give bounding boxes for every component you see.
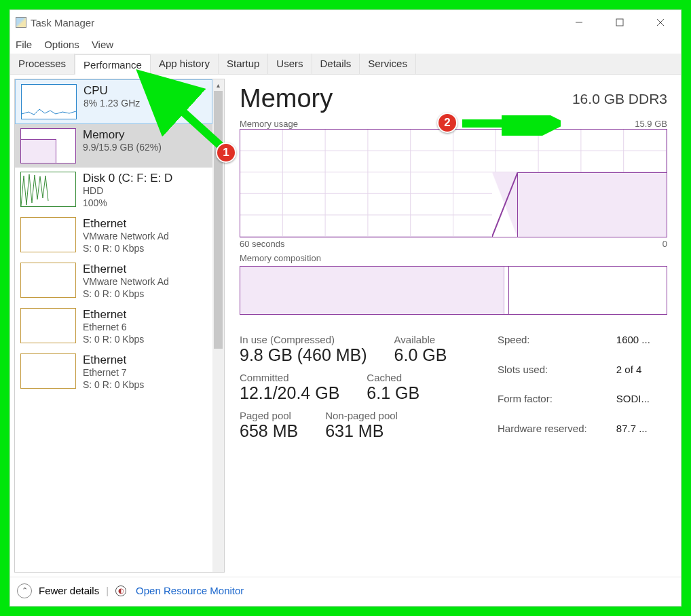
annotation-badge-1: 1: [216, 142, 236, 163]
sidebar-eth1-title: Ethernet: [83, 217, 207, 231]
usage-chart-label: Memory usage: [240, 119, 298, 129]
available-value: 6.0 GB: [394, 345, 447, 365]
cpu-thumb-icon: [21, 84, 77, 119]
sidebar-item-disk0[interactable]: Disk 0 (C: F: E: D HDD 100%: [15, 168, 212, 213]
available-label: Available: [394, 334, 447, 345]
hw-reserved-value: 87.7 ...: [616, 423, 667, 448]
scroll-thumb[interactable]: [214, 91, 223, 349]
window-title: Task Manager: [31, 17, 94, 28]
committed-label: Committed: [240, 372, 339, 383]
sidebar-disk-title: Disk 0 (C: F: E: D: [83, 172, 207, 185]
tab-services[interactable]: Services: [360, 54, 416, 74]
sidebar-eth4-sub1: Ethernet 7: [83, 367, 207, 379]
memory-usage-chart: [240, 129, 667, 237]
usage-chart-max: 15.9 GB: [635, 119, 667, 129]
committed-value: 12.1/20.4 GB: [240, 383, 339, 403]
hardware-stats: Speed: 1600 ... Slots used: 2 of 4 Form …: [498, 334, 667, 448]
sidebar-item-eth1[interactable]: Ethernet VMware Network Ad S: 0 R: 0 Kbp…: [15, 213, 212, 258]
sidebar-item-cpu[interactable]: CPU 8% 1.23 GHz: [15, 79, 212, 124]
in-use-label: In use (Compressed): [240, 334, 367, 345]
sidebar-memory-sub: 9.9/15.9 GB (62%): [83, 142, 207, 154]
disk-thumb-icon: [20, 172, 76, 207]
sidebar-eth3-sub1: Ethernet 6: [83, 322, 207, 334]
svg-rect-1: [616, 19, 623, 26]
cached-value: 6.1 GB: [367, 383, 419, 403]
usage-axis-right: 0: [662, 239, 667, 249]
tab-strip: Processes Performance App history Startu…: [10, 54, 681, 75]
hw-reserved-label: Hardware reserved:: [498, 423, 604, 448]
open-resource-monitor-link[interactable]: Open Resource Monitor: [136, 585, 244, 596]
memory-total: 16.0 GB DDR3: [572, 91, 667, 107]
sidebar-eth2-sub1: VMware Network Ad: [83, 276, 207, 288]
sidebar-memory-title: Memory: [83, 128, 207, 142]
annotation-badge-2: 2: [437, 113, 457, 133]
composition-label: Memory composition: [240, 253, 321, 263]
nonpaged-value: 631 MB: [325, 421, 398, 441]
sidebar-eth4-sub2: S: 0 R: 0 Kbps: [83, 379, 207, 391]
ethernet-thumb-icon: [20, 263, 76, 298]
performance-sidebar: CPU 8% 1.23 GHz Memory 9.9/15.9 GB (62%): [15, 79, 212, 572]
sidebar-eth3-title: Ethernet: [83, 308, 207, 322]
memory-thumb-icon: [20, 128, 76, 163]
menu-file[interactable]: File: [16, 39, 32, 50]
speed-label: Speed:: [498, 334, 604, 360]
nonpaged-label: Non-paged pool: [325, 410, 398, 421]
fewer-details-link[interactable]: Fewer details: [39, 585, 99, 596]
footer: ⌃ Fewer details | ◐ Open Resource Monito…: [10, 577, 681, 604]
menubar: File Options View: [10, 35, 681, 54]
ethernet-thumb-icon: [20, 308, 76, 343]
ethernet-thumb-icon: [20, 217, 76, 252]
usage-axis-left: 60 seconds: [240, 239, 285, 249]
maximize-button[interactable]: [599, 10, 640, 35]
tab-details[interactable]: Details: [312, 54, 360, 74]
sidebar-item-memory[interactable]: Memory 9.9/15.9 GB (62%): [15, 124, 212, 168]
paged-value: 658 MB: [240, 421, 298, 441]
sidebar-eth4-title: Ethernet: [83, 353, 207, 367]
slots-value: 2 of 4: [616, 364, 667, 389]
form-factor-label: Form factor:: [498, 393, 604, 419]
separator: |: [106, 585, 109, 596]
speed-value: 1600 ...: [616, 334, 667, 360]
chevron-up-icon[interactable]: ⌃: [17, 583, 32, 598]
sidebar-item-eth2[interactable]: Ethernet VMware Network Ad S: 0 R: 0 Kbp…: [15, 258, 212, 304]
close-button[interactable]: [640, 10, 681, 35]
sidebar-cpu-title: CPU: [83, 84, 206, 98]
memory-composition-chart: [240, 266, 667, 315]
sidebar-eth1-sub1: VMware Network Ad: [83, 231, 207, 243]
sidebar-item-eth3[interactable]: Ethernet Ethernet 6 S: 0 R: 0 Kbps: [15, 304, 212, 349]
sidebar-item-eth4[interactable]: Ethernet Ethernet 7 S: 0 R: 0 Kbps: [15, 349, 212, 395]
sidebar-eth3-sub2: S: 0 R: 0 Kbps: [83, 334, 207, 346]
ethernet-thumb-icon: [20, 353, 76, 389]
tab-processes[interactable]: Processes: [10, 54, 75, 74]
tab-app-history[interactable]: App history: [151, 54, 219, 74]
slots-label: Slots used:: [498, 364, 604, 389]
sidebar-eth1-sub2: S: 0 R: 0 Kbps: [83, 243, 207, 255]
tab-users[interactable]: Users: [268, 54, 312, 74]
memory-detail-panel: Memory 16.0 GB DDR3 Memory usage 15.9 GB…: [225, 75, 681, 577]
sidebar-cpu-sub: 8% 1.23 GHz: [83, 98, 206, 110]
minimize-button[interactable]: [559, 10, 599, 35]
tab-startup[interactable]: Startup: [219, 54, 268, 74]
sidebar-eth2-title: Ethernet: [83, 263, 207, 276]
app-icon: [16, 17, 26, 28]
sidebar-eth2-sub2: S: 0 R: 0 Kbps: [83, 288, 207, 301]
svg-line-4: [492, 172, 518, 237]
paged-label: Paged pool: [240, 410, 298, 421]
sidebar-disk-sub2: 100%: [83, 197, 207, 210]
cached-label: Cached: [367, 372, 419, 383]
page-title: Memory: [240, 84, 333, 113]
titlebar: Task Manager: [10, 10, 681, 35]
menu-view[interactable]: View: [92, 39, 113, 50]
sidebar-disk-sub1: HDD: [83, 185, 207, 197]
scroll-up-icon[interactable]: ▴: [212, 79, 224, 91]
menu-options[interactable]: Options: [44, 39, 79, 50]
task-manager-window: Task Manager File Options View Processes…: [10, 9, 681, 607]
tab-performance[interactable]: Performance: [75, 54, 151, 75]
form-factor-value: SODI...: [616, 393, 667, 419]
resource-monitor-icon: ◐: [115, 585, 126, 596]
in-use-value: 9.8 GB (460 MB): [240, 345, 367, 365]
